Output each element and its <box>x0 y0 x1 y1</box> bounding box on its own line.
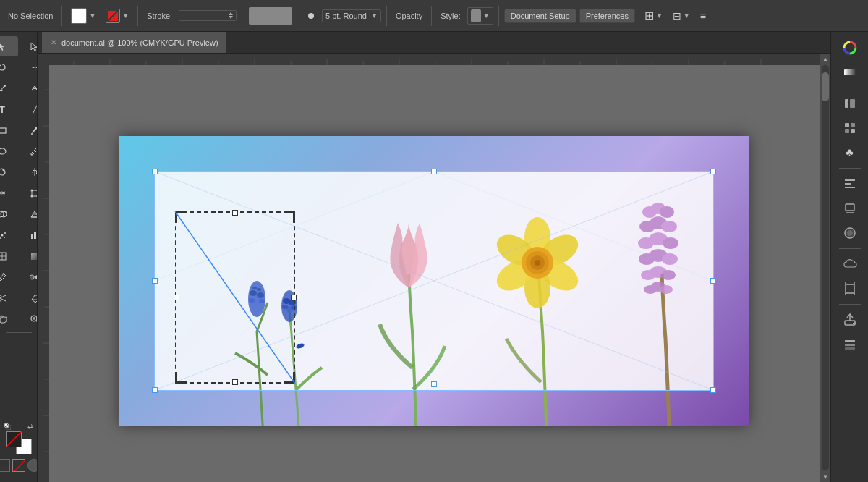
hand-tool[interactable] <box>0 309 18 329</box>
brush-size-chevron[interactable]: ▼ <box>371 12 378 20</box>
eyedropper-tool[interactable] <box>0 267 18 287</box>
export-btn[interactable] <box>837 308 863 331</box>
stroke-width-input[interactable] <box>179 10 237 21</box>
svg-point-87 <box>259 299 265 303</box>
free-transform-tool[interactable] <box>19 183 38 203</box>
svg-point-119 <box>639 253 655 265</box>
style-dropdown[interactable]: ▼ <box>467 7 493 25</box>
curvature-tool[interactable] <box>19 78 38 98</box>
style-chevron[interactable]: ▼ <box>483 12 490 20</box>
scrollbar-right[interactable]: ▲ ▼ <box>820 54 830 482</box>
pen-tool[interactable] <box>0 78 18 98</box>
svg-line-47 <box>13 460 25 472</box>
fill-chevron[interactable]: ▼ <box>89 12 95 20</box>
fill-mode-swatch[interactable] <box>0 459 10 472</box>
paintbrush-tool[interactable] <box>19 120 38 140</box>
shape-builder-tool[interactable] <box>0 204 18 224</box>
right-panel: ♣ <box>830 32 868 482</box>
perspective-grid-tool[interactable] <box>19 204 38 224</box>
workspace-chevron[interactable]: ▼ <box>684 12 690 20</box>
stroke-icon[interactable] <box>106 9 120 23</box>
puppet-warp-btn[interactable]: ♣ <box>837 141 863 164</box>
scroll-thumb[interactable] <box>822 72 829 101</box>
type-tool[interactable]: T <box>0 99 18 119</box>
svg-point-110 <box>642 206 657 218</box>
foreground-color-swatch[interactable] <box>6 431 22 447</box>
color-wheel-btn[interactable] <box>837 36 863 59</box>
lasso-tool[interactable] <box>0 57 18 77</box>
stroke-spinners[interactable] <box>229 12 233 19</box>
stroke-chevron[interactable]: ▼ <box>122 12 129 20</box>
scroll-up-arrow[interactable]: ▲ <box>820 54 830 64</box>
separator-6 <box>431 6 432 26</box>
libraries-btn[interactable] <box>837 92 863 115</box>
workspace-icon[interactable]: ⊟ ▼ <box>669 9 694 23</box>
scroll-down-arrow[interactable]: ▼ <box>820 472 830 482</box>
tab-bar: ✕ document.ai @ 100% (CMYK/GPU Preview) <box>38 32 830 54</box>
svg-point-21 <box>0 237 1 239</box>
default-colors-icon[interactable] <box>4 423 11 429</box>
svg-point-118 <box>662 253 678 265</box>
menu-icon[interactable]: ≡ <box>697 9 710 23</box>
stroke-color-btn[interactable]: ▼ <box>102 7 132 25</box>
touch-type-tool[interactable]: ╱ <box>19 99 38 119</box>
selection-tool[interactable] <box>0 36 18 56</box>
rect-tool[interactable] <box>0 120 18 140</box>
svg-rect-154 <box>845 340 855 342</box>
fill-swatch[interactable] <box>71 8 87 24</box>
opacity-label: Opacity <box>392 10 426 22</box>
separator-4 <box>299 6 299 26</box>
selection-display[interactable]: No Selection <box>4 10 56 22</box>
document-setup-button[interactable]: Document Setup <box>504 9 576 23</box>
gradient-panel-btn[interactable] <box>837 61 863 84</box>
arrange-icon[interactable]: ⊞ ▼ <box>641 7 666 24</box>
warp-tool[interactable]: ≋ <box>0 183 18 203</box>
svg-rect-155 <box>845 344 855 346</box>
zoom-tool[interactable] <box>19 309 38 329</box>
cc-libraries-btn[interactable] <box>837 117 863 140</box>
style-label: Style: <box>437 10 464 22</box>
layers-btn[interactable] <box>837 333 863 356</box>
swap-colors-icon[interactable]: ⇄ <box>27 423 33 430</box>
svg-point-18 <box>1 234 4 237</box>
preferences-button[interactable]: Preferences <box>579 9 635 23</box>
appearance-btn[interactable] <box>837 221 863 245</box>
cc-icon-btn[interactable] <box>837 253 863 276</box>
artboard-btn[interactable] <box>837 277 863 300</box>
magic-wand-tool[interactable]: ⊹ <box>19 57 38 77</box>
svg-point-122 <box>641 270 655 280</box>
tool-row-10 <box>0 225 38 245</box>
stroke-mode-swatch[interactable] <box>12 459 25 472</box>
canvas-scroll[interactable]: ▲ ▼ <box>38 54 830 482</box>
gradient-mode-btn[interactable] <box>27 459 38 472</box>
document-tab[interactable]: ✕ document.ai @ 100% (CMYK/GPU Preview) <box>42 32 226 53</box>
blend-tool[interactable] <box>19 267 38 287</box>
ellipse-tool[interactable] <box>0 141 18 161</box>
eraser-tool[interactable] <box>19 288 38 308</box>
svg-point-8 <box>31 190 33 192</box>
pencil-tool[interactable] <box>19 141 38 161</box>
mesh-tool[interactable] <box>0 246 18 266</box>
artboard[interactable] <box>119 136 749 426</box>
fill-color-btn[interactable]: ▼ <box>67 7 99 25</box>
tab-close-icon[interactable]: ✕ <box>49 38 58 47</box>
gradient-tool[interactable] <box>19 246 38 266</box>
selection-label: No Selection <box>8 12 53 20</box>
rotate-tool[interactable] <box>0 162 18 182</box>
tool-row-4: T ╱ <box>0 99 38 119</box>
arrange-chevron[interactable]: ▼ <box>656 12 663 20</box>
brush-size-dropdown[interactable]: 5 pt. Round ▼ <box>322 9 381 22</box>
svg-rect-151 <box>845 321 855 325</box>
brush-size-value: 5 pt. Round <box>326 12 367 20</box>
scissors-tool[interactable] <box>0 288 18 308</box>
column-graph-tool[interactable] <box>19 225 38 245</box>
scroll-track[interactable] <box>822 65 829 470</box>
align-btn[interactable] <box>837 172 863 195</box>
brush-dot <box>305 12 319 20</box>
reflect-tool[interactable] <box>19 162 38 182</box>
transform-btn[interactable] <box>837 197 863 220</box>
svg-rect-132 <box>844 69 856 75</box>
puppet-icon: ♣ <box>846 146 854 159</box>
symbol-sprayer-tool[interactable] <box>0 225 18 245</box>
direct-selection-tool[interactable] <box>19 36 38 56</box>
